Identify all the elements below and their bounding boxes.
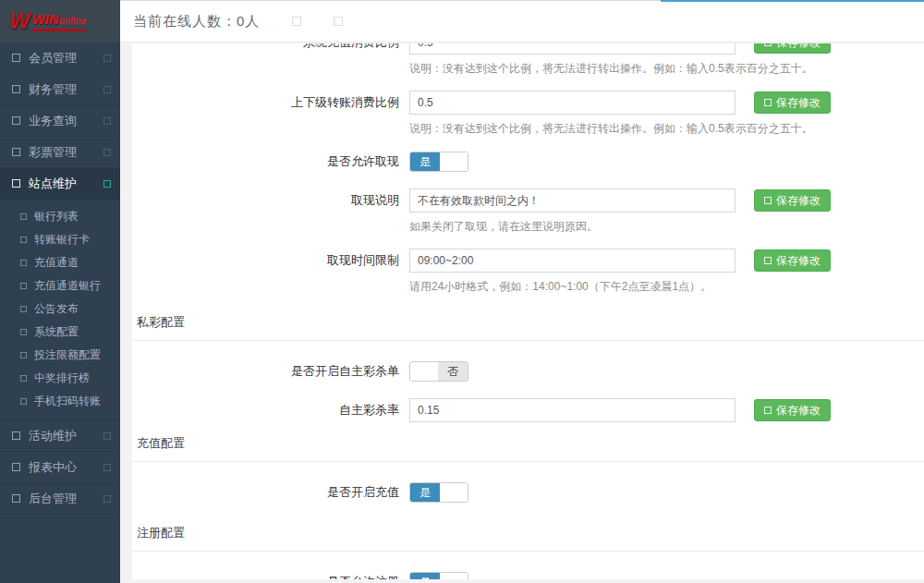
withdraw-note-input[interactable] bbox=[409, 188, 736, 213]
recharge-ratio-input[interactable] bbox=[409, 43, 736, 55]
submenu-item-transfer-bank-card[interactable]: 转账银行卡 bbox=[0, 228, 120, 251]
sidebar-item-finance[interactable]: 财务管理 bbox=[0, 74, 120, 105]
save-button[interactable]: 保存修改 bbox=[754, 189, 831, 212]
main-area: 当前在线人数：0人 系统充值消费比例 保存修改 说明：没有达到这个比例，将无法进… bbox=[120, 0, 924, 583]
topbar-placeholder-icon-1[interactable] bbox=[292, 17, 301, 26]
form-row-allow-withdraw: 是否允许取现 是 bbox=[132, 152, 924, 172]
section-header-recharge: 充值配置 bbox=[132, 430, 924, 462]
private-kill-rate-input[interactable] bbox=[409, 398, 736, 422]
submenu-item-bet-limit-config[interactable]: 投注限额配置 bbox=[0, 344, 120, 367]
field-label: 是否开启充值 bbox=[132, 484, 399, 501]
submenu-item-label: 系统配置 bbox=[34, 324, 79, 340]
submenu-square-icon bbox=[20, 213, 27, 220]
withdraw-time-input[interactable] bbox=[409, 249, 736, 273]
topbar: 当前在线人数：0人 bbox=[120, 0, 924, 43]
chevron-right-icon bbox=[103, 495, 111, 503]
submenu-item-system-config[interactable]: 系统配置 bbox=[0, 321, 120, 344]
logo-slogan-bar bbox=[32, 29, 86, 31]
field-label: 是否开启自主彩杀单 bbox=[132, 363, 399, 380]
sidebar-item-member[interactable]: 会员管理 bbox=[0, 43, 120, 74]
sidebar-item-report-center[interactable]: 报表中心 bbox=[0, 452, 120, 483]
form-row-transfer-ratio: 上下级转账消费比例 保存修改 bbox=[132, 91, 924, 115]
toggle-on-label: 是 bbox=[410, 152, 440, 171]
field-label: 取现说明 bbox=[132, 192, 399, 209]
toggle-on-label: 是 bbox=[410, 573, 440, 579]
submenu-square-icon bbox=[20, 260, 27, 266]
submenu-square-icon bbox=[20, 306, 27, 312]
allow-withdraw-toggle[interactable]: 是 bbox=[409, 152, 468, 172]
submenu-item-label: 投注限额配置 bbox=[34, 347, 101, 363]
toggle-knob bbox=[440, 573, 468, 579]
save-icon bbox=[764, 197, 772, 204]
sidebar-item-lottery[interactable]: 彩票管理 bbox=[0, 137, 120, 168]
submenu-item-label: 转账银行卡 bbox=[34, 232, 90, 248]
submenu-item-bank-list[interactable]: 银行列表 bbox=[0, 205, 120, 228]
submenu-item-winning-ranking[interactable]: 中奖排行榜 bbox=[0, 367, 120, 390]
field-label: 自主彩杀率 bbox=[132, 402, 399, 419]
submenu-item-label: 手机扫码转账 bbox=[34, 394, 101, 409]
sidebar-item-activity[interactable]: 活动维护 bbox=[0, 420, 120, 452]
form-row-withdraw-note: 取现说明 保存修改 bbox=[132, 188, 924, 213]
submenu-item-label: 公告发布 bbox=[34, 301, 79, 317]
menu-square-icon bbox=[12, 179, 20, 188]
save-button-label: 保存修改 bbox=[776, 43, 821, 51]
transfer-ratio-input[interactable] bbox=[409, 91, 736, 115]
form-row-private-kill-toggle: 是否开启自主彩杀单 否 bbox=[132, 361, 924, 382]
toggle-knob bbox=[440, 483, 468, 502]
topbar-placeholder-icon-2[interactable] bbox=[334, 17, 343, 26]
recharge-toggle[interactable]: 是 bbox=[409, 482, 468, 503]
save-button-label: 保存修改 bbox=[776, 253, 821, 269]
field-hint: 说明：没有达到这个比例，将无法进行转出操作。例如：输入0.5表示百分之五十。 bbox=[132, 121, 924, 137]
brand: WINonline bbox=[32, 12, 87, 31]
field-label: 是否允许注册 bbox=[132, 574, 399, 579]
submenu-square-icon bbox=[20, 283, 27, 289]
submenu-item-announcement[interactable]: 公告发布 bbox=[0, 298, 120, 321]
submenu-square-icon bbox=[20, 237, 27, 243]
field-hint: 说明：没有达到这个比例，将无法进行转出操作。例如：输入0.5表示百分之五十。 bbox=[132, 61, 924, 77]
save-button[interactable]: 保存修改 bbox=[754, 249, 831, 272]
toggle-knob bbox=[410, 362, 438, 381]
save-button[interactable]: 保存修改 bbox=[754, 43, 831, 54]
save-button-label: 保存修改 bbox=[776, 403, 821, 419]
sidebar-item-site-maintenance[interactable]: 站点维护 bbox=[0, 168, 120, 200]
app-window: W WINonline 会员管理 财务管理 业务查询 bbox=[0, 0, 924, 583]
sidebar-item-business-query[interactable]: 业务查询 bbox=[0, 105, 120, 137]
sidebar: W WINonline 会员管理 财务管理 业务查询 bbox=[0, 0, 120, 583]
field-label: 取现时间限制 bbox=[132, 252, 399, 269]
sidebar-item-label: 财务管理 bbox=[29, 81, 77, 98]
save-icon bbox=[764, 257, 772, 264]
private-kill-toggle[interactable]: 否 bbox=[409, 361, 468, 382]
form-row-withdraw-time: 取现时间限制 保存修改 bbox=[132, 249, 924, 273]
submenu-item-label: 银行列表 bbox=[34, 209, 79, 225]
submenu-item-recharge-channel[interactable]: 充值通道 bbox=[0, 251, 120, 274]
sidebar-nav: 会员管理 财务管理 业务查询 彩票管理 站点维护 bbox=[0, 43, 120, 515]
toggle-on-label: 是 bbox=[410, 483, 440, 502]
form-row-private-kill-rate: 自主彩杀率 保存修改 bbox=[132, 398, 924, 422]
field-hint: 请用24小时格式，例如：14:00~1:00（下午2点至凌晨1点）。 bbox=[132, 279, 924, 295]
menu-square-icon bbox=[12, 463, 20, 471]
toggle-knob bbox=[440, 152, 468, 171]
sidebar-item-backend-admin[interactable]: 后台管理 bbox=[0, 483, 120, 515]
field-label: 上下级转账消费比例 bbox=[132, 94, 399, 111]
toggle-off-label: 否 bbox=[438, 362, 468, 381]
menu-square-icon bbox=[12, 85, 20, 93]
menu-square-icon bbox=[12, 116, 20, 125]
save-icon bbox=[764, 43, 772, 46]
save-icon bbox=[764, 407, 772, 414]
submenu-item-mobile-qr-transfer[interactable]: 手机扫码转账 bbox=[0, 390, 120, 413]
logo[interactable]: W WINonline bbox=[0, 0, 120, 43]
logo-emblem-icon: W bbox=[9, 8, 25, 34]
submenu-item-recharge-channel-bank[interactable]: 充值通道银行 bbox=[0, 274, 120, 298]
save-button[interactable]: 保存修改 bbox=[754, 91, 831, 114]
save-button[interactable]: 保存修改 bbox=[754, 399, 831, 421]
settings-form: 系统充值消费比例 保存修改 说明：没有达到这个比例，将无法进行转出操作。例如：输… bbox=[132, 43, 924, 579]
section-header-register: 注册配置 bbox=[132, 519, 924, 552]
form-row-recharge-ratio: 系统充值消费比例 保存修改 bbox=[132, 43, 924, 55]
submenu-square-icon bbox=[20, 352, 27, 358]
sidebar-item-label: 活动维护 bbox=[29, 428, 77, 444]
menu-square-icon bbox=[12, 148, 20, 156]
chevron-right-icon bbox=[103, 117, 111, 125]
form-row-recharge-toggle: 是否开启充值 是 bbox=[132, 482, 924, 503]
sidebar-item-label: 报表中心 bbox=[29, 459, 77, 476]
register-toggle[interactable]: 是 bbox=[409, 572, 468, 579]
